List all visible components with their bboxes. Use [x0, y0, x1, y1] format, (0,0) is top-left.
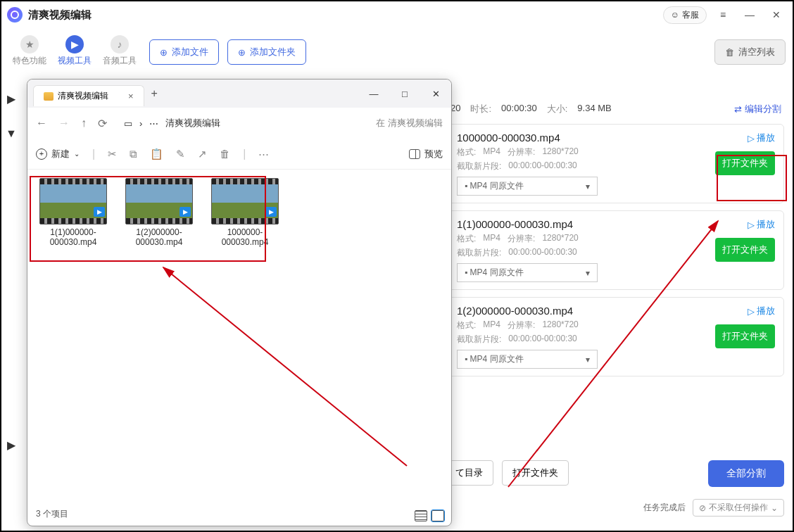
meta-value: 1280*720 [542, 146, 578, 158]
list-view-icon[interactable] [415, 510, 427, 521]
play-link[interactable]: ▷播放 [748, 132, 775, 144]
meta-value: 00:00:00-00:00:30 [508, 160, 576, 172]
format-select[interactable]: ▪ MP4 同原文件 ▾ [457, 177, 598, 196]
new-tab-button[interactable]: + [151, 87, 158, 100]
new-button[interactable]: + 新建 ⌄ [36, 148, 80, 160]
result-item: 1(2)000000-000030.mp4 格式: MP4 分辨率: 1280*… [448, 297, 784, 376]
chevron-down-icon: ⌄ [74, 150, 80, 158]
thumbnail-view-icon[interactable] [431, 510, 444, 521]
cut-icon[interactable]: ✂ [108, 148, 117, 160]
explorer-window: 清爽视频编辑 × + — □ ✕ ← → ↑ ⟳ ▭ › ⋯ 清爽视频编辑 在 … [27, 79, 452, 526]
chevron-right-icon[interactable]: ▶ [7, 441, 15, 449]
paste-icon[interactable]: 📋 [150, 148, 163, 160]
delete-icon[interactable]: 🗑 [220, 148, 230, 160]
up-icon[interactable]: ↑ [81, 117, 87, 129]
camera-icon: ▪ [465, 267, 467, 277]
rename-icon[interactable]: ✎ [176, 148, 185, 160]
annotation-box [717, 155, 787, 201]
video-icon: ▶ [65, 35, 84, 53]
meta-value: 1280*720 [542, 319, 578, 331]
result-filename: 1(2)000000-000030.mp4 [457, 305, 775, 317]
tab-close-icon[interactable]: × [128, 91, 134, 101]
format-select[interactable]: ▪ MP4 同原文件 ▾ [457, 263, 598, 282]
select-label: MP4 同原文件 [470, 267, 524, 277]
add-folder-button[interactable]: ⊕ 添加文件夹 [227, 39, 306, 65]
preview-pane-icon [409, 149, 420, 159]
link-label: 播放 [757, 305, 775, 317]
tab-video[interactable]: ▶ 视频工具 [53, 32, 96, 70]
camera-icon: ▪ [465, 181, 467, 191]
button-label: 添加文件夹 [250, 46, 296, 58]
meta-label: 分辨率: [508, 319, 535, 331]
app-logo-icon [7, 7, 23, 23]
minimize-button[interactable]: — [358, 80, 389, 108]
open-folder-button[interactable]: 打开文件夹 [715, 238, 775, 262]
close-button[interactable]: ✕ [766, 5, 787, 25]
sliders-icon: ⇄ [734, 104, 742, 115]
after-action-select[interactable]: ⊘ 不采取任何操作 ⌄ [693, 499, 784, 517]
meta-value: 1280*720 [542, 233, 578, 245]
file-info-header: 20 时长: 00:00:30 大小: 9.34 MB ⇄ 编辑分割 [448, 99, 784, 120]
close-button[interactable]: ✕ [420, 80, 451, 108]
chevron-right-icon[interactable]: ▶ [7, 94, 15, 103]
tab-special[interactable]: ★ 特色功能 [8, 32, 51, 70]
menu-icon[interactable]: ≡ [712, 5, 733, 25]
forward-icon[interactable]: → [58, 117, 70, 129]
chevron-right-icon: › [139, 118, 142, 129]
search-input[interactable]: 在 清爽视频编辑 [376, 117, 443, 129]
preview-toggle[interactable]: 预览 [409, 148, 443, 160]
annotation-box [30, 176, 266, 262]
maximize-button[interactable]: □ [389, 80, 420, 108]
split-all-button[interactable]: 全部分割 [708, 460, 784, 487]
tab-label: 视频工具 [58, 55, 92, 67]
chevron-down-icon: ⌄ [771, 503, 778, 513]
format-select[interactable]: ▪ MP4 同原文件 ▾ [457, 350, 598, 369]
more-icon[interactable]: ⋯ [258, 148, 269, 160]
directory-button[interactable]: て目录 [445, 460, 493, 486]
result-filename: 1(1)000000-000030.mp4 [457, 218, 775, 230]
meta-label: 格式: [457, 319, 476, 331]
select-label: 不采取任何操作 [709, 502, 768, 514]
title-bar: 清爽视频编辑 ☺ 客服 ≡ — ✕ [1, 1, 793, 28]
edit-split-button[interactable]: ⇄ 编辑分割 [734, 103, 781, 115]
chevron-down-icon[interactable]: ▼ [7, 129, 15, 138]
play-link[interactable]: ▷播放 [748, 305, 775, 317]
button-label: 清空列表 [738, 46, 775, 58]
audio-icon: ♪ [111, 35, 129, 53]
info-value: 9.34 MB [577, 103, 611, 115]
status-text: 3 个项目 [36, 508, 68, 520]
add-file-button[interactable]: ⊕ 添加文件 [149, 39, 219, 65]
copy-icon[interactable]: ⧉ [130, 148, 137, 160]
play-icon: ▷ [748, 306, 755, 317]
link-label: 播放 [757, 132, 775, 144]
open-folder-button[interactable]: 打开文件夹 [502, 460, 569, 486]
ellipsis-icon: ⋯ [149, 118, 158, 129]
play-icon: ▷ [748, 220, 755, 230]
tab-audio[interactable]: ♪ 音频工具 [99, 32, 141, 70]
plus-icon: + [36, 148, 47, 160]
link-label: 播放 [757, 218, 775, 231]
play-link[interactable]: ▷播放 [748, 218, 775, 231]
refresh-icon[interactable]: ⟳ [98, 117, 107, 130]
open-folder-button[interactable]: 打开文件夹 [715, 324, 775, 348]
explorer-tabstrip: 清爽视频编辑 × + — □ ✕ [27, 80, 451, 108]
explorer-tab[interactable]: 清爽视频编辑 × [33, 85, 144, 106]
support-label: 客服 [682, 9, 699, 21]
clear-list-button[interactable]: 🗑 清空列表 [714, 39, 786, 65]
tab-label: 特色功能 [13, 55, 46, 67]
result-item: 1(1)000000-000030.mp4 格式: MP4 分辨率: 1280*… [448, 210, 784, 290]
path-breadcrumb[interactable]: ▭ › ⋯ 清爽视频编辑 [124, 117, 365, 129]
button-label: 预览 [424, 148, 443, 160]
select-label: MP4 同原文件 [470, 181, 524, 191]
footer-bar: 任务完成后 ⊘ 不采取任何操作 ⌄ [643, 499, 784, 517]
share-icon[interactable]: ↗ [198, 148, 207, 160]
footer-label: 任务完成后 [643, 502, 686, 514]
tab-label: 清爽视频编辑 [58, 90, 108, 102]
cancel-icon: ⊘ [699, 503, 706, 513]
minimize-button[interactable]: — [739, 5, 760, 25]
meta-label: 分辨率: [508, 146, 535, 158]
camera-icon: ▪ [465, 354, 467, 364]
play-icon: ▷ [748, 133, 755, 144]
support-button[interactable]: ☺ 客服 [663, 6, 707, 24]
back-icon[interactable]: ← [36, 117, 47, 129]
